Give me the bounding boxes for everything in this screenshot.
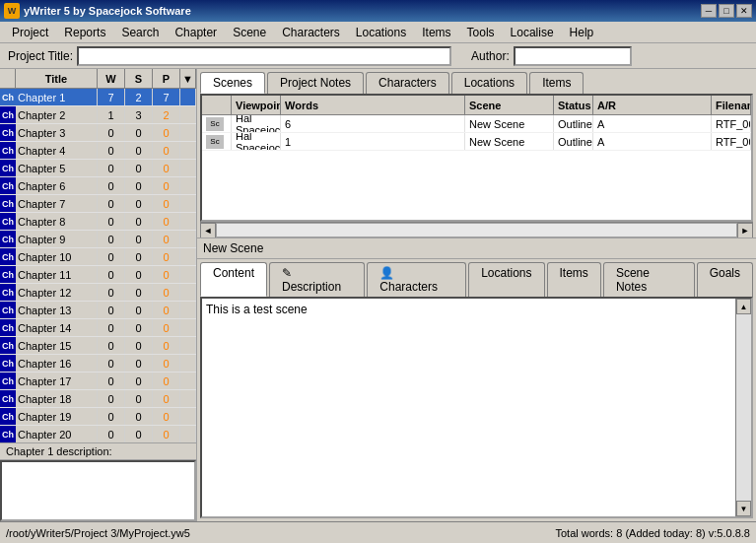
bottom-tab-description[interactable]: ✎ Description <box>269 262 365 297</box>
chapter-words: 0 <box>98 160 125 176</box>
scene-row[interactable]: ScHal Spacejock6New SceneOutlineARTF_000… <box>202 115 751 133</box>
chapter-row[interactable]: ChChapter 3000 <box>0 124 196 142</box>
chapter-row[interactable]: ChChapter 20000 <box>0 426 196 442</box>
chapter-row[interactable]: ChChapter 7000 <box>0 195 196 213</box>
bottom-tab-bar: Content✎ Description👤 CharactersLocation… <box>197 259 756 297</box>
scene-row[interactable]: ScHal Spacejock1New SceneOutlineARTF_000… <box>202 133 751 151</box>
top-tab-bar: ScenesProject NotesCharactersLocationsIt… <box>197 69 756 94</box>
top-tab-project-notes[interactable]: Project Notes <box>267 72 364 94</box>
scene-col-viewpoint: Viewpoint <box>232 96 281 114</box>
chapter-row[interactable]: ChChapter 19000 <box>0 408 196 426</box>
chapter-title: Chapter 2 <box>16 106 98 123</box>
bottom-tab-locations[interactable]: Locations <box>468 262 544 297</box>
close-button[interactable]: ✕ <box>736 4 752 18</box>
chapter-row[interactable]: ChChapter 10000 <box>0 248 196 266</box>
menu-item-project[interactable]: Project <box>4 24 56 41</box>
chapter-title: Chapter 9 <box>16 231 98 247</box>
top-tab-locations[interactable]: Locations <box>451 72 527 94</box>
content-scroll-up[interactable]: ▲ <box>736 299 751 314</box>
scene-col-filename: Filename <box>712 96 751 114</box>
chapter-num-icon: Ch <box>0 231 16 247</box>
chapter-row[interactable]: ChChapter 14000 <box>0 319 196 337</box>
scene-viewpoint: Hal Spacejock <box>232 115 281 132</box>
menu-item-reports[interactable]: Reports <box>56 24 113 41</box>
chapter-p: 0 <box>153 319 180 336</box>
chapter-row[interactable]: ChChapter 12000 <box>0 284 196 302</box>
app-title: yWriter 5 by Spacejock Software <box>24 5 697 17</box>
chapter-row[interactable]: ChChapter 16000 <box>0 355 196 373</box>
chapter-row[interactable]: ChChapter 4000 <box>0 142 196 160</box>
chapter-scenes: 0 <box>125 213 153 230</box>
bottom-tab-items[interactable]: Items <box>547 262 601 297</box>
chapter-row[interactable]: ChChapter 13000 <box>0 302 196 319</box>
menu-item-locations[interactable]: Locations <box>348 24 414 41</box>
author-input[interactable] <box>514 46 632 66</box>
chapter-title: Chapter 8 <box>16 213 98 230</box>
chapter-row-scroll <box>180 124 196 141</box>
minimize-button[interactable]: ─ <box>701 4 717 18</box>
chapter-scenes: 0 <box>125 302 153 318</box>
scroll-left-button[interactable]: ◄ <box>200 223 216 238</box>
content-scroll-down[interactable]: ▼ <box>736 501 751 516</box>
menu-item-localise[interactable]: Localise <box>503 24 562 41</box>
content-text[interactable]: This is a test scene <box>202 299 735 516</box>
menu-item-chapter[interactable]: Chapter <box>167 24 225 41</box>
top-tab-items[interactable]: Items <box>529 72 584 94</box>
chapter-num-icon: Ch <box>0 408 16 425</box>
scene-words: 1 <box>281 133 465 150</box>
menu-item-scene[interactable]: Scene <box>225 24 274 41</box>
chapter-row-scroll <box>180 213 196 230</box>
top-tab-scenes[interactable]: Scenes <box>200 72 265 94</box>
chapter-words: 0 <box>98 195 125 212</box>
chapter-row[interactable]: ChChapter 18000 <box>0 390 196 408</box>
bottom-tab-goals[interactable]: Goals <box>697 262 753 297</box>
menu-item-characters[interactable]: Characters <box>274 24 348 41</box>
top-tab-characters[interactable]: Characters <box>366 72 449 94</box>
bottom-tab-scene-notes[interactable]: Scene Notes <box>603 262 695 297</box>
project-title-input[interactable] <box>77 46 451 66</box>
project-bar: Project Title: Author: <box>0 43 756 69</box>
maximize-button[interactable]: □ <box>719 4 734 18</box>
col-header-title: Title <box>16 69 98 88</box>
chapter-scenes: 0 <box>125 426 153 442</box>
scene-col-words: Words <box>281 96 465 114</box>
menu-item-items[interactable]: Items <box>414 24 458 41</box>
chapter-row-scroll <box>180 195 196 212</box>
chapter-words: 0 <box>98 373 125 389</box>
chapter-row[interactable]: ChChapter 8000 <box>0 213 196 231</box>
scene-name: New Scene <box>465 115 554 132</box>
chapter-row[interactable]: ChChapter 2132 <box>0 106 196 124</box>
chapter-row[interactable]: ChChapter 9000 <box>0 231 196 248</box>
chapter-words: 0 <box>98 319 125 336</box>
chapter-num-icon: Ch <box>0 390 16 407</box>
chapter-scenes: 0 <box>125 355 153 372</box>
chapter-row[interactable]: ChChapter 11000 <box>0 266 196 284</box>
chapter-p: 0 <box>153 213 180 230</box>
chapter-row[interactable]: ChChapter 6000 <box>0 177 196 195</box>
chapter-row[interactable]: ChChapter 5000 <box>0 160 196 177</box>
chapter-row[interactable]: ChChapter 1727 <box>0 89 196 106</box>
chapter-row[interactable]: ChChapter 15000 <box>0 337 196 355</box>
chapter-p: 0 <box>153 284 180 301</box>
menu-item-tools[interactable]: Tools <box>459 24 503 41</box>
chapter-words: 0 <box>98 266 125 283</box>
chapter-row[interactable]: ChChapter 17000 <box>0 373 196 390</box>
chapter-title: Chapter 19 <box>16 408 98 425</box>
chapter-p: 0 <box>153 160 180 176</box>
scene-col-status: Status <box>554 96 593 114</box>
menu-item-search[interactable]: Search <box>113 24 167 41</box>
chapter-scenes: 0 <box>125 390 153 407</box>
chapter-scenes: 0 <box>125 373 153 389</box>
chapter-num-icon: Ch <box>0 426 16 442</box>
chapter-row-scroll <box>180 319 196 336</box>
menu-item-help[interactable]: Help <box>562 24 602 41</box>
chapter-scenes: 0 <box>125 319 153 336</box>
chapter-row-scroll <box>180 266 196 283</box>
scroll-track[interactable] <box>216 223 737 238</box>
scroll-right-button[interactable]: ► <box>737 223 753 238</box>
chapter-words: 0 <box>98 408 125 425</box>
chapter-scenes: 3 <box>125 106 153 123</box>
chapter-num-icon: Ch <box>0 337 16 354</box>
bottom-tab-characters[interactable]: 👤 Characters <box>367 262 466 297</box>
bottom-tab-content[interactable]: Content <box>200 262 267 297</box>
